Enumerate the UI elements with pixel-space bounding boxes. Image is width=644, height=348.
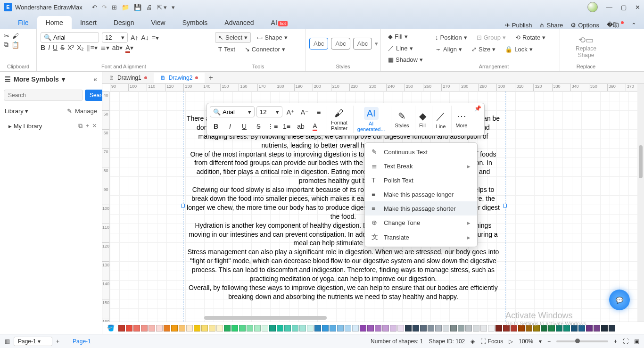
align-menu-icon[interactable]: ≡▾ xyxy=(152,34,159,41)
color-swatch[interactable] xyxy=(367,325,374,331)
strike-icon[interactable]: S̶ xyxy=(60,44,65,51)
color-swatch[interactable] xyxy=(609,325,615,331)
subscript-icon[interactable]: X₂ xyxy=(77,44,84,51)
select-tool[interactable]: ↖ Select ▾ xyxy=(215,32,251,43)
color-swatch[interactable] xyxy=(141,325,148,331)
zoom-in-icon[interactable]: + xyxy=(614,338,617,345)
mini-styles[interactable]: ✎Styles xyxy=(391,106,413,133)
color-swatch[interactable] xyxy=(397,325,404,331)
color-swatch[interactable] xyxy=(443,325,449,331)
color-swatch[interactable] xyxy=(224,325,231,331)
bullet-list-icon[interactable]: ≣▾ xyxy=(100,44,109,51)
color-swatch[interactable] xyxy=(322,325,329,331)
color-swatch[interactable] xyxy=(314,325,321,331)
paste-icon[interactable]: 📋 xyxy=(11,41,19,49)
bold-icon[interactable]: B xyxy=(41,44,45,51)
font-family-combo[interactable]: 🔍 xyxy=(41,32,99,43)
share-button[interactable]: ⋔ Share xyxy=(539,22,563,29)
shadow-button[interactable]: ▦ Shadow ▾ xyxy=(385,54,426,65)
position-button[interactable]: ↕ Position▾ xyxy=(432,32,471,43)
selection-handle-left[interactable] xyxy=(181,204,185,207)
vertical-scrollbar[interactable] xyxy=(637,84,644,322)
save-icon[interactable]: 💾 xyxy=(134,4,141,11)
pin-icon[interactable]: 📌 xyxy=(474,105,481,112)
ctx-continuous-text[interactable]: ✎Continuous Text xyxy=(365,145,477,159)
color-swatch[interactable] xyxy=(126,325,132,331)
ai-chat-button[interactable]: 💬 xyxy=(609,290,630,310)
undo-icon[interactable]: ↶ xyxy=(92,4,97,11)
focus-mode[interactable]: ⛶ Focus xyxy=(480,338,503,345)
connector-tool[interactable]: ↘ Connector ▾ xyxy=(241,44,289,55)
style-preset-1[interactable]: Abc xyxy=(309,38,328,50)
mini-italic-icon[interactable]: I xyxy=(224,120,236,133)
page-selector[interactable]: Page-1 ▾ xyxy=(14,337,52,346)
styles-more-icon[interactable]: ▾ xyxy=(375,40,378,47)
color-swatch[interactable] xyxy=(133,325,140,331)
symbol-search-input[interactable] xyxy=(4,90,83,101)
tab-symbols[interactable]: Symbols xyxy=(174,16,216,29)
decrease-font-icon[interactable]: A↓ xyxy=(141,34,149,41)
color-swatch[interactable] xyxy=(435,325,442,331)
open-icon[interactable]: 📁 xyxy=(122,4,129,11)
style-preset-3[interactable]: Abc xyxy=(353,38,372,50)
mini-numbered-icon[interactable]: 1≡ xyxy=(281,120,293,133)
line-spacing-icon[interactable]: ‖≡▾ xyxy=(87,44,97,51)
mini-highlight-icon[interactable]: ab xyxy=(295,120,307,133)
maximize-icon[interactable]: ▢ xyxy=(621,4,627,11)
color-swatch[interactable] xyxy=(601,325,608,331)
color-swatch[interactable] xyxy=(269,325,276,331)
export-icon[interactable]: ⇱ ▾ xyxy=(157,4,167,11)
add-page-icon[interactable]: + xyxy=(56,338,59,345)
color-swatch[interactable] xyxy=(458,325,464,331)
mini-fontcolor-icon[interactable]: A xyxy=(309,120,321,133)
redo-icon[interactable]: ↷ xyxy=(102,4,107,11)
presentation-icon[interactable]: ▷ xyxy=(509,338,513,345)
tab-home[interactable]: Home xyxy=(37,16,72,29)
color-swatch[interactable] xyxy=(179,325,185,331)
fill-bucket-icon[interactable]: 🪣 xyxy=(107,324,115,331)
zoom-out-icon[interactable]: − xyxy=(547,338,551,345)
color-swatch[interactable] xyxy=(247,325,253,331)
cut-icon[interactable]: ✂ xyxy=(4,32,9,40)
tab-advanced[interactable]: Advanced xyxy=(216,16,262,29)
color-swatch[interactable] xyxy=(473,325,479,331)
mini-bullets-icon[interactable]: ⋮≡ xyxy=(266,120,279,133)
mini-decrease-font-icon[interactable]: A⁻ xyxy=(298,106,311,118)
user-avatar[interactable] xyxy=(587,2,598,12)
fill-button[interactable]: ◆ Fill ▾ xyxy=(385,31,411,42)
tab-view[interactable]: View xyxy=(143,16,174,29)
font-color-icon[interactable]: A▾ xyxy=(125,44,133,51)
mini-format-painter[interactable]: 🖌Format Painter xyxy=(327,106,351,133)
fit-page-icon[interactable]: ⛶ xyxy=(623,338,628,345)
color-swatch[interactable] xyxy=(345,325,351,331)
tab-design[interactable]: Design xyxy=(105,16,143,29)
line-button[interactable]: ／ Line ▾ xyxy=(385,42,416,54)
color-swatch[interactable] xyxy=(292,325,298,331)
new-icon[interactable]: ⊞ xyxy=(112,4,117,11)
color-swatch[interactable] xyxy=(254,325,261,331)
publish-button[interactable]: ✈ Publish xyxy=(505,22,532,29)
color-swatch[interactable] xyxy=(284,325,291,331)
mini-underline-icon[interactable]: U xyxy=(238,120,250,133)
ctx-make-shorter[interactable]: ≡Make this passage shorter xyxy=(365,201,477,215)
color-swatch[interactable] xyxy=(118,325,125,331)
color-swatch[interactable] xyxy=(450,325,457,331)
rotate-button[interactable]: ⟲ Rotate▾ xyxy=(512,32,549,43)
color-swatch[interactable] xyxy=(209,325,215,331)
canvas[interactable]: There are several ways to improve digest… xyxy=(110,91,644,322)
color-swatch[interactable] xyxy=(465,325,472,331)
tab-ai[interactable]: AIhot xyxy=(263,16,297,29)
mylib-expand-icon[interactable]: ▸ xyxy=(8,123,12,130)
copy-icon[interactable]: ⧉ xyxy=(4,41,8,49)
mini-ai-generated[interactable]: AIAI generated... xyxy=(353,106,389,133)
color-swatch[interactable] xyxy=(480,325,487,331)
ctx-translate[interactable]: 文Translate▸ xyxy=(365,230,477,245)
mini-font-combo[interactable]: 🔍▾ xyxy=(210,106,255,117)
color-swatch[interactable] xyxy=(262,325,268,331)
color-swatch[interactable] xyxy=(239,325,246,331)
color-swatch[interactable] xyxy=(413,325,419,331)
color-swatch[interactable] xyxy=(186,325,193,331)
color-swatch[interactable] xyxy=(488,325,495,331)
zoom-level[interactable]: 100% xyxy=(519,338,533,345)
mini-more[interactable]: ⋯More xyxy=(451,106,471,133)
